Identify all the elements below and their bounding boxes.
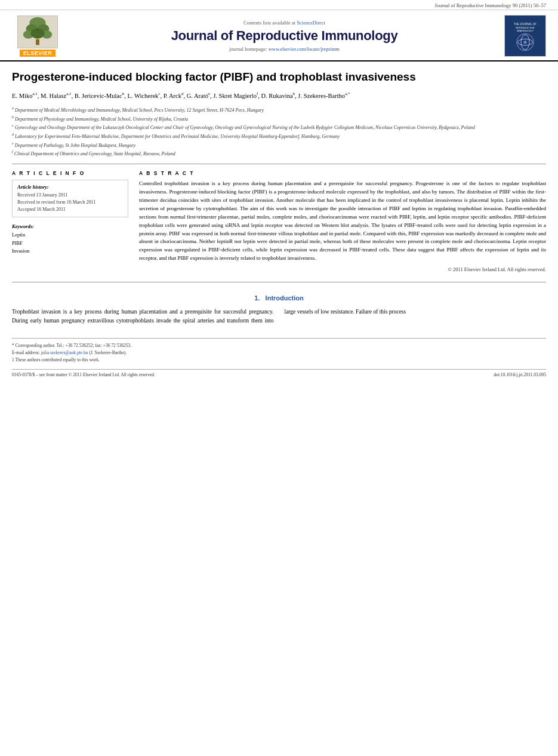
intro-number: 1. xyxy=(254,294,260,302)
section-divider xyxy=(12,164,546,164)
introduction-body: Trophoblast invasion is a key process du… xyxy=(12,308,546,325)
affil-c: c Gynecology and Oncology Department of … xyxy=(12,123,546,131)
homepage-label-text: journal homepage: xyxy=(229,46,267,52)
article-info-abstract-section: A R T I C L E I N F O Article history: R… xyxy=(12,170,546,272)
sciencedirect-link[interactable]: ScienceDirect xyxy=(297,20,325,26)
affil-f: f Clinical Department of Obstetrics and … xyxy=(12,149,546,158)
keyword-invasion: Invasion xyxy=(12,247,128,256)
affil-e: e Department of Pathology, St John Hospi… xyxy=(12,141,546,149)
authors-line: E. Mikoa,1, M. Halasza,1, B. Jericevic-M… xyxy=(12,91,546,101)
footnotes-section: * Corresponding author. Tel.: +36 72 536… xyxy=(12,338,546,364)
received-date: Received 13 January 2011 xyxy=(17,192,123,199)
issn-copyright: 0165-0378/$ – see front matter © 2011 El… xyxy=(12,372,155,377)
corresponding-author-note: * Corresponding author. Tel.: +36 72 536… xyxy=(12,342,546,349)
keywords-section: Keywords: Leptin PIBF Invasion xyxy=(12,223,128,256)
svg-text:THE JOURNAL OF: THE JOURNAL OF xyxy=(514,23,537,26)
elsevier-logo-area: ELSEVIER xyxy=(11,16,64,57)
svg-point-8 xyxy=(36,29,39,31)
svg-text:IMMUNOLOGY: IMMUNOLOGY xyxy=(517,29,534,32)
left-column: A R T I C L E I N F O Article history: R… xyxy=(12,170,128,272)
affil-d: d Laboratory for Experimental Feto-Mater… xyxy=(12,132,546,140)
homepage-url[interactable]: www.elsevier.com/locate/jreprimm xyxy=(269,46,340,52)
homepage-line: journal homepage: www.elsevier.com/locat… xyxy=(70,46,498,52)
affil-a: a Department of Medical Microbiology and… xyxy=(12,106,546,114)
svg-point-16 xyxy=(523,41,526,44)
journal-title: Journal of Reproductive Immunology xyxy=(70,28,498,44)
contents-line: Contents lists available at ScienceDirec… xyxy=(70,20,498,26)
article-title: Progesterone-induced blocking factor (PI… xyxy=(12,70,546,85)
elsevier-brand-label: ELSEVIER xyxy=(20,50,56,57)
article-history-title: Article history: xyxy=(17,184,123,190)
main-content: Progesterone-induced blocking factor (PI… xyxy=(0,62,558,386)
affiliations-block: a Department of Medical Microbiology and… xyxy=(12,106,546,158)
doi: doi:10.1016/j.jri.2011.03.005 xyxy=(494,372,546,377)
journal-cover-image: THE JOURNAL OF REPRODUCTIVE IMMUNOLOGY xyxy=(504,15,546,57)
article-info-heading: A R T I C L E I N F O xyxy=(12,170,128,176)
keyword-pibf: PIBF xyxy=(12,239,128,248)
right-column: A B S T R A C T Controlled trophoblast i… xyxy=(139,170,546,272)
introduction-heading: 1. Introduction xyxy=(12,294,546,302)
abstract-heading: A B S T R A C T xyxy=(139,170,546,176)
introduction-section: 1. Introduction Trophoblast invasion is … xyxy=(12,294,546,325)
email-suffix-text: (J. Szekeres-Bartho). xyxy=(89,350,127,355)
journal-title-area: Contents lists available at ScienceDirec… xyxy=(70,20,498,52)
equal-contribution-note: 1 These authors contributed equally to t… xyxy=(12,357,546,363)
intro-title: Introduction xyxy=(266,294,304,302)
intro-title-space xyxy=(261,294,263,302)
journal-header: ELSEVIER Contents lists available at Sci… xyxy=(0,10,558,62)
journal-ref-text: Journal of Reproductive Immunology 90 (2… xyxy=(434,2,546,8)
journal-reference-bar: Journal of Reproductive Immunology 90 (2… xyxy=(0,0,558,10)
keyword-leptin: Leptin xyxy=(12,231,128,239)
revised-date: Received in revised form 16 March 2011 xyxy=(17,199,123,206)
affil-b: b Department of Physiology and Immunolog… xyxy=(12,115,546,123)
accepted-date: Accepted 16 March 2011 xyxy=(17,206,123,213)
contents-text: Contents lists available at xyxy=(243,20,297,26)
journal-logo-right: THE JOURNAL OF REPRODUCTIVE IMMUNOLOGY xyxy=(504,15,547,57)
author-email-link[interactable]: julia.szekeres@aok.pte.hu xyxy=(41,350,88,355)
elsevier-tree-image xyxy=(17,16,58,48)
section-divider-2 xyxy=(12,282,546,282)
svg-rect-7 xyxy=(36,39,39,45)
keywords-title: Keywords: xyxy=(12,223,128,229)
article-info-box: Article history: Received 13 January 201… xyxy=(12,180,128,217)
footer-bar: 0165-0378/$ – see front matter © 2011 El… xyxy=(12,369,546,377)
abstract-body: Controlled trophoblast invasion is a key… xyxy=(139,180,546,263)
svg-text:REPRODUCTIVE: REPRODUCTIVE xyxy=(516,26,535,29)
email-note: E-mail address: julia.szekeres@aok.pte.h… xyxy=(12,349,546,356)
abstract-copyright: © 2011 Elsevier Ireland Ltd. All rights … xyxy=(139,266,546,272)
